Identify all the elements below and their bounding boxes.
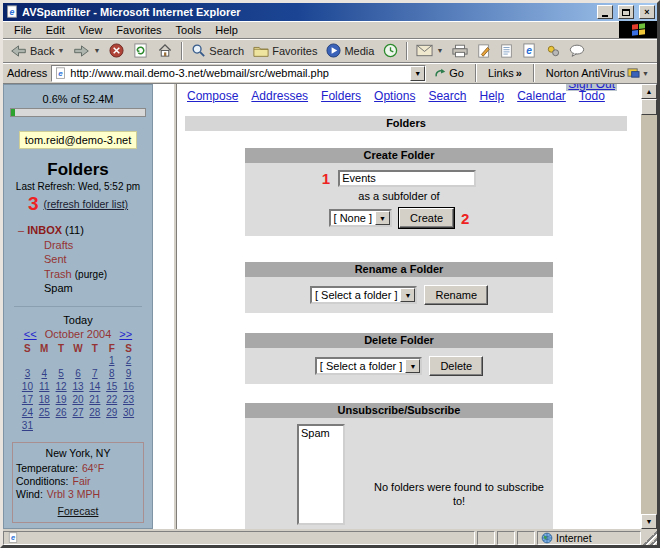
- listbox-item-spam[interactable]: Spam: [299, 426, 343, 440]
- discuss-button[interactable]: [565, 40, 589, 62]
- menu-help[interactable]: Help: [208, 22, 245, 38]
- resize-grip[interactable]: [643, 531, 657, 545]
- notepad-button[interactable]: [496, 40, 517, 62]
- stop-button[interactable]: [105, 40, 128, 62]
- main-scrollbar[interactable]: ▲ ▼: [641, 84, 657, 529]
- calendar-day-15[interactable]: 15: [103, 381, 120, 393]
- nav-link-calendar[interactable]: Calendar: [517, 89, 566, 103]
- delete-button[interactable]: Delete: [429, 356, 483, 376]
- purge-link[interactable]: (purge): [75, 269, 107, 280]
- calendar-day-28[interactable]: 28: [86, 407, 103, 419]
- forward-dropdown-icon[interactable]: ▼: [93, 47, 100, 54]
- go-button[interactable]: Go: [430, 66, 468, 80]
- nav-link-compose[interactable]: Compose: [187, 89, 238, 103]
- messenger-button[interactable]: [542, 40, 564, 62]
- calendar-day-6[interactable]: 6: [70, 368, 87, 380]
- back-button[interactable]: Back▼: [6, 40, 68, 62]
- calendar-day-21[interactable]: 21: [86, 394, 103, 406]
- folder-drafts[interactable]: Drafts: [18, 239, 152, 254]
- calendar-day-30[interactable]: 30: [120, 407, 137, 419]
- nav-link-options[interactable]: Options: [374, 89, 415, 103]
- scroll-up-icon[interactable]: ▲: [641, 84, 657, 99]
- calendar-day-11[interactable]: 11: [36, 381, 53, 393]
- menu-file[interactable]: File: [7, 22, 39, 38]
- forward-button[interactable]: ▼: [69, 40, 104, 62]
- calendar-day-10[interactable]: 10: [19, 381, 36, 393]
- dropdown-arrow-icon[interactable]: ▼: [400, 288, 415, 302]
- nav-link-folders[interactable]: Folders: [321, 89, 361, 103]
- menu-favorites[interactable]: Favorites: [109, 22, 168, 38]
- dropdown-arrow-icon[interactable]: ▼: [405, 359, 420, 373]
- calendar-day-16[interactable]: 16: [120, 381, 137, 393]
- inbox-label[interactable]: INBOX: [27, 224, 62, 236]
- menu-view[interactable]: View: [72, 22, 110, 38]
- nav-link-search[interactable]: Search: [428, 89, 466, 103]
- new-folder-name-input[interactable]: [338, 170, 476, 187]
- calendar-day-24[interactable]: 24: [19, 407, 36, 419]
- print-button[interactable]: [448, 40, 472, 62]
- edit-button[interactable]: [473, 40, 495, 62]
- back-dropdown-icon[interactable]: ▼: [57, 47, 64, 54]
- folder-trash[interactable]: Trash: [44, 268, 72, 280]
- calendar-next-link[interactable]: >>: [119, 328, 132, 340]
- folder-spam[interactable]: Spam: [18, 282, 152, 297]
- refresh-folder-list-link[interactable]: (refresh folder list): [43, 198, 128, 210]
- create-button[interactable]: Create: [399, 208, 454, 228]
- calendar-prev-link[interactable]: <<: [24, 328, 37, 340]
- history-button[interactable]: [379, 40, 402, 62]
- title-bar[interactable]: e AVSpamfilter - Microsoft Internet Expl…: [3, 3, 657, 21]
- calendar-day-5[interactable]: 5: [53, 368, 70, 380]
- norton-antivirus-button[interactable]: Norton AntiVirus ▼: [542, 67, 653, 79]
- address-input[interactable]: e http://www.mail.demo-3.net/webmail/src…: [51, 65, 426, 82]
- calendar-day-29[interactable]: 29: [103, 407, 120, 419]
- rename-folder-select[interactable]: [ Select a folder ] ▼: [310, 286, 418, 304]
- collapse-icon[interactable]: –: [18, 224, 24, 236]
- parent-folder-select[interactable]: [ None ] ▼: [329, 209, 393, 227]
- dropdown-arrow-icon[interactable]: ▼: [375, 211, 390, 225]
- scrollbar-thumb[interactable]: [641, 99, 657, 115]
- sign-out-link[interactable]: Sign Out: [566, 84, 617, 91]
- nav-link-help[interactable]: Help: [479, 89, 504, 103]
- norton-dropdown-icon[interactable]: ▼: [642, 70, 649, 77]
- calendar-day-3[interactable]: 3: [19, 368, 36, 380]
- delete-folder-select[interactable]: [ Select a folder ] ▼: [315, 357, 423, 375]
- scrollbar-track[interactable]: [641, 115, 657, 514]
- menu-tools[interactable]: Tools: [169, 22, 209, 38]
- calendar-day-4[interactable]: 4: [36, 368, 53, 380]
- minimize-button[interactable]: [597, 5, 613, 19]
- calendar-day-13[interactable]: 13: [70, 381, 87, 393]
- calendar-today-link[interactable]: Today: [4, 314, 152, 326]
- links-button[interactable]: Links »: [484, 67, 526, 79]
- menu-edit[interactable]: Edit: [39, 22, 72, 38]
- folder-inbox[interactable]: – INBOX (11): [18, 224, 152, 239]
- favorites-button[interactable]: Favorites: [249, 40, 321, 62]
- nav-link-addresses[interactable]: Addresses: [251, 89, 308, 103]
- mail-button[interactable]: ▼: [412, 40, 447, 62]
- close-button[interactable]: ×: [639, 5, 655, 19]
- calendar-day-22[interactable]: 22: [103, 394, 120, 406]
- folder-sent[interactable]: Sent: [18, 253, 152, 268]
- calendar-day-17[interactable]: 17: [19, 394, 36, 406]
- calendar-day-1[interactable]: 1: [103, 355, 120, 367]
- address-dropdown-button[interactable]: ▼: [410, 66, 425, 81]
- nav-link-todo[interactable]: Todo: [579, 89, 605, 103]
- calendar-day-25[interactable]: 25: [36, 407, 53, 419]
- calendar-day-8[interactable]: 8: [103, 368, 120, 380]
- calendar-day-9[interactable]: 9: [120, 368, 137, 380]
- calendar-day-27[interactable]: 27: [70, 407, 87, 419]
- msn-button[interactable]: e: [518, 40, 541, 62]
- calendar-day-7[interactable]: 7: [86, 368, 103, 380]
- forecast-link[interactable]: Forecast: [58, 505, 99, 517]
- mail-dropdown-icon[interactable]: ▼: [436, 47, 443, 54]
- unsubscribe-listbox[interactable]: Spam: [297, 424, 345, 525]
- calendar-day-26[interactable]: 26: [53, 407, 70, 419]
- scroll-down-icon[interactable]: ▼: [641, 514, 657, 529]
- calendar-day-31[interactable]: 31: [19, 420, 36, 432]
- calendar-day-2[interactable]: 2: [120, 355, 137, 367]
- calendar-day-23[interactable]: 23: [120, 394, 137, 406]
- calendar-day-19[interactable]: 19: [53, 394, 70, 406]
- calendar-day-14[interactable]: 14: [86, 381, 103, 393]
- calendar-day-18[interactable]: 18: [36, 394, 53, 406]
- search-button[interactable]: Search: [187, 40, 248, 62]
- calendar-day-12[interactable]: 12: [53, 381, 70, 393]
